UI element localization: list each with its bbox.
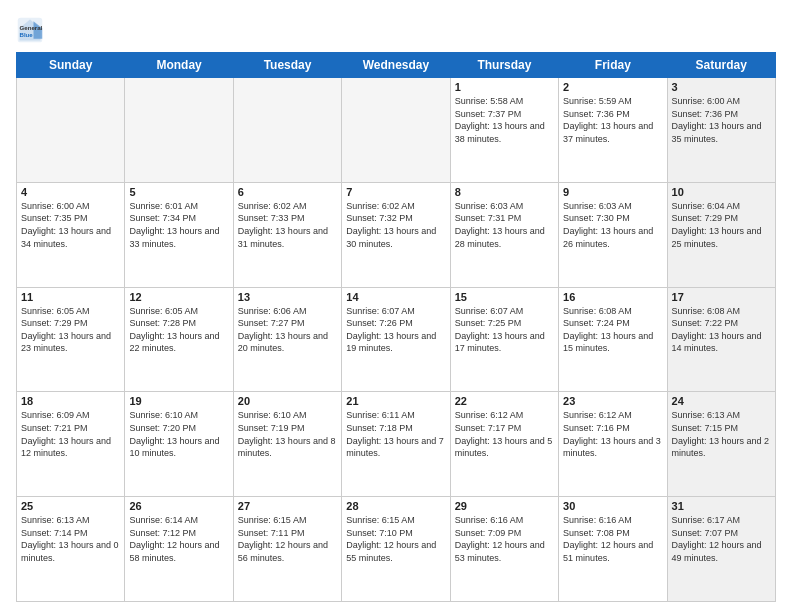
calendar-cell: 14Sunrise: 6:07 AMSunset: 7:26 PMDayligh… xyxy=(342,287,450,392)
day-number: 23 xyxy=(563,395,662,407)
weekday-header: Wednesday xyxy=(342,53,450,78)
day-number: 9 xyxy=(563,186,662,198)
calendar-cell: 30Sunrise: 6:16 AMSunset: 7:08 PMDayligh… xyxy=(559,497,667,602)
day-number: 17 xyxy=(672,291,771,303)
day-detail: Sunrise: 5:59 AMSunset: 7:36 PMDaylight:… xyxy=(563,95,662,145)
calendar-cell: 1Sunrise: 5:58 AMSunset: 7:37 PMDaylight… xyxy=(450,78,558,183)
day-number: 31 xyxy=(672,500,771,512)
day-detail: Sunrise: 6:11 AMSunset: 7:18 PMDaylight:… xyxy=(346,409,445,459)
day-number: 13 xyxy=(238,291,337,303)
calendar-cell: 20Sunrise: 6:10 AMSunset: 7:19 PMDayligh… xyxy=(233,392,341,497)
calendar-cell: 23Sunrise: 6:12 AMSunset: 7:16 PMDayligh… xyxy=(559,392,667,497)
day-detail: Sunrise: 6:13 AMSunset: 7:15 PMDaylight:… xyxy=(672,409,771,459)
calendar-cell: 18Sunrise: 6:09 AMSunset: 7:21 PMDayligh… xyxy=(17,392,125,497)
day-detail: Sunrise: 6:10 AMSunset: 7:19 PMDaylight:… xyxy=(238,409,337,459)
calendar-cell: 3Sunrise: 6:00 AMSunset: 7:36 PMDaylight… xyxy=(667,78,775,183)
calendar-cell: 27Sunrise: 6:15 AMSunset: 7:11 PMDayligh… xyxy=(233,497,341,602)
day-detail: Sunrise: 6:12 AMSunset: 7:16 PMDaylight:… xyxy=(563,409,662,459)
day-number: 5 xyxy=(129,186,228,198)
day-detail: Sunrise: 6:15 AMSunset: 7:11 PMDaylight:… xyxy=(238,514,337,564)
day-number: 12 xyxy=(129,291,228,303)
calendar-cell: 15Sunrise: 6:07 AMSunset: 7:25 PMDayligh… xyxy=(450,287,558,392)
calendar-cell: 16Sunrise: 6:08 AMSunset: 7:24 PMDayligh… xyxy=(559,287,667,392)
calendar-cell: 22Sunrise: 6:12 AMSunset: 7:17 PMDayligh… xyxy=(450,392,558,497)
calendar-cell: 28Sunrise: 6:15 AMSunset: 7:10 PMDayligh… xyxy=(342,497,450,602)
svg-text:General: General xyxy=(20,24,43,31)
calendar-cell: 2Sunrise: 5:59 AMSunset: 7:36 PMDaylight… xyxy=(559,78,667,183)
day-number: 27 xyxy=(238,500,337,512)
weekday-header: Tuesday xyxy=(233,53,341,78)
day-number: 10 xyxy=(672,186,771,198)
day-detail: Sunrise: 6:03 AMSunset: 7:31 PMDaylight:… xyxy=(455,200,554,250)
day-detail: Sunrise: 5:58 AMSunset: 7:37 PMDaylight:… xyxy=(455,95,554,145)
day-detail: Sunrise: 6:06 AMSunset: 7:27 PMDaylight:… xyxy=(238,305,337,355)
calendar-cell: 31Sunrise: 6:17 AMSunset: 7:07 PMDayligh… xyxy=(667,497,775,602)
logo: General Blue xyxy=(16,16,48,44)
day-number: 11 xyxy=(21,291,120,303)
weekday-header: Thursday xyxy=(450,53,558,78)
calendar-cell xyxy=(233,78,341,183)
calendar-cell: 4Sunrise: 6:00 AMSunset: 7:35 PMDaylight… xyxy=(17,182,125,287)
day-number: 18 xyxy=(21,395,120,407)
day-number: 8 xyxy=(455,186,554,198)
day-detail: Sunrise: 6:04 AMSunset: 7:29 PMDaylight:… xyxy=(672,200,771,250)
calendar-cell: 8Sunrise: 6:03 AMSunset: 7:31 PMDaylight… xyxy=(450,182,558,287)
calendar-cell: 26Sunrise: 6:14 AMSunset: 7:12 PMDayligh… xyxy=(125,497,233,602)
day-number: 4 xyxy=(21,186,120,198)
calendar-cell: 5Sunrise: 6:01 AMSunset: 7:34 PMDaylight… xyxy=(125,182,233,287)
day-number: 26 xyxy=(129,500,228,512)
day-number: 1 xyxy=(455,81,554,93)
day-number: 29 xyxy=(455,500,554,512)
weekday-header: Saturday xyxy=(667,53,775,78)
day-detail: Sunrise: 6:05 AMSunset: 7:28 PMDaylight:… xyxy=(129,305,228,355)
calendar-cell xyxy=(342,78,450,183)
header: General Blue xyxy=(16,16,776,44)
day-detail: Sunrise: 6:13 AMSunset: 7:14 PMDaylight:… xyxy=(21,514,120,564)
calendar-cell: 21Sunrise: 6:11 AMSunset: 7:18 PMDayligh… xyxy=(342,392,450,497)
calendar-cell: 10Sunrise: 6:04 AMSunset: 7:29 PMDayligh… xyxy=(667,182,775,287)
day-detail: Sunrise: 6:17 AMSunset: 7:07 PMDaylight:… xyxy=(672,514,771,564)
day-number: 14 xyxy=(346,291,445,303)
weekday-header: Monday xyxy=(125,53,233,78)
calendar-cell: 24Sunrise: 6:13 AMSunset: 7:15 PMDayligh… xyxy=(667,392,775,497)
calendar-cell: 7Sunrise: 6:02 AMSunset: 7:32 PMDaylight… xyxy=(342,182,450,287)
day-detail: Sunrise: 6:00 AMSunset: 7:36 PMDaylight:… xyxy=(672,95,771,145)
calendar-cell: 17Sunrise: 6:08 AMSunset: 7:22 PMDayligh… xyxy=(667,287,775,392)
day-number: 25 xyxy=(21,500,120,512)
day-number: 6 xyxy=(238,186,337,198)
day-detail: Sunrise: 6:07 AMSunset: 7:26 PMDaylight:… xyxy=(346,305,445,355)
day-number: 28 xyxy=(346,500,445,512)
day-number: 22 xyxy=(455,395,554,407)
day-number: 30 xyxy=(563,500,662,512)
calendar-cell: 13Sunrise: 6:06 AMSunset: 7:27 PMDayligh… xyxy=(233,287,341,392)
calendar-cell xyxy=(125,78,233,183)
day-number: 15 xyxy=(455,291,554,303)
page: General Blue SundayMondayTuesdayWednesda… xyxy=(0,0,792,612)
day-number: 21 xyxy=(346,395,445,407)
day-number: 24 xyxy=(672,395,771,407)
calendar-cell: 25Sunrise: 6:13 AMSunset: 7:14 PMDayligh… xyxy=(17,497,125,602)
svg-text:Blue: Blue xyxy=(20,31,34,38)
day-detail: Sunrise: 6:05 AMSunset: 7:29 PMDaylight:… xyxy=(21,305,120,355)
day-detail: Sunrise: 6:16 AMSunset: 7:09 PMDaylight:… xyxy=(455,514,554,564)
day-detail: Sunrise: 6:09 AMSunset: 7:21 PMDaylight:… xyxy=(21,409,120,459)
day-number: 19 xyxy=(129,395,228,407)
calendar-cell: 11Sunrise: 6:05 AMSunset: 7:29 PMDayligh… xyxy=(17,287,125,392)
logo-icon: General Blue xyxy=(16,16,44,44)
calendar-table: SundayMondayTuesdayWednesdayThursdayFrid… xyxy=(16,52,776,602)
weekday-header: Sunday xyxy=(17,53,125,78)
calendar-cell: 6Sunrise: 6:02 AMSunset: 7:33 PMDaylight… xyxy=(233,182,341,287)
day-number: 3 xyxy=(672,81,771,93)
calendar-cell: 29Sunrise: 6:16 AMSunset: 7:09 PMDayligh… xyxy=(450,497,558,602)
day-detail: Sunrise: 6:02 AMSunset: 7:33 PMDaylight:… xyxy=(238,200,337,250)
calendar-cell: 12Sunrise: 6:05 AMSunset: 7:28 PMDayligh… xyxy=(125,287,233,392)
calendar-cell: 9Sunrise: 6:03 AMSunset: 7:30 PMDaylight… xyxy=(559,182,667,287)
day-detail: Sunrise: 6:08 AMSunset: 7:24 PMDaylight:… xyxy=(563,305,662,355)
day-detail: Sunrise: 6:07 AMSunset: 7:25 PMDaylight:… xyxy=(455,305,554,355)
day-number: 16 xyxy=(563,291,662,303)
day-number: 20 xyxy=(238,395,337,407)
day-detail: Sunrise: 6:10 AMSunset: 7:20 PMDaylight:… xyxy=(129,409,228,459)
day-detail: Sunrise: 6:12 AMSunset: 7:17 PMDaylight:… xyxy=(455,409,554,459)
calendar-cell xyxy=(17,78,125,183)
day-detail: Sunrise: 6:02 AMSunset: 7:32 PMDaylight:… xyxy=(346,200,445,250)
